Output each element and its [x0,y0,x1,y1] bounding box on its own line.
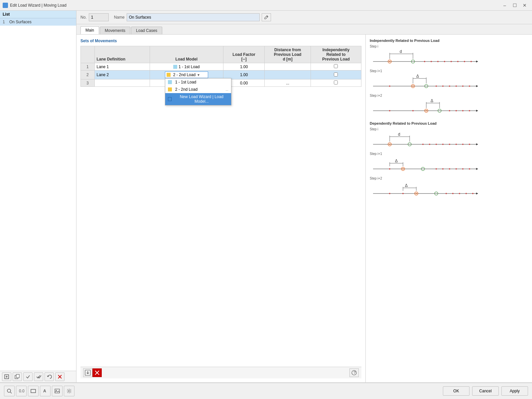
dropdown-item-new[interactable]: New Load Wizard | Load Model... [165,93,231,105]
sidebar: List 1 On Surfaces [0,11,76,382]
svg-point-76 [456,144,457,145]
name-input[interactable] [127,13,260,21]
tab-main[interactable]: Main [80,26,99,34]
duplicate-button[interactable] [13,372,22,381]
row-indep[interactable] [311,79,361,87]
table-row: 2 Lane 2 2 - 2nd Load ▼ [81,70,361,79]
svg-point-24 [431,61,432,62]
svg-point-93 [462,168,464,170]
row-dist[interactable]: ... [265,79,311,87]
svg-point-60 [462,110,464,111]
row-model[interactable]: 2 - 2nd Load ▼ 1 - 1st Load [150,70,223,79]
svg-rect-114 [31,389,36,393]
value-icon: 0.0 [18,388,24,394]
main-split: Sets of Movements Lane Definition Load M… [76,35,532,382]
dep-step-i1-label: Step i+1 [370,152,528,156]
svg-rect-4 [16,374,19,378]
name-edit-button[interactable] [262,13,271,21]
svg-text:d: d [398,132,400,137]
dep-step-i1-diagram: Δ [370,156,483,175]
import-button[interactable] [83,368,92,377]
indep-checkbox[interactable] [334,80,338,84]
svg-marker-96 [476,193,478,195]
close-button[interactable]: ✕ [520,1,529,9]
search-tool-button[interactable] [4,386,15,396]
independent-title: Independently Related to Previous Load [370,39,528,43]
row-indep[interactable] [311,63,361,70]
dependent-title: Dependently Related to Previous Load [370,121,528,125]
cancel-button[interactable]: Cancel [472,386,499,396]
svg-point-109 [466,193,467,194]
step-i2-diagram: Δ [370,98,483,118]
sidebar-item-label: On Surfaces [9,20,32,24]
dropdown-item-2nd[interactable]: 2 - 2nd Load ... [165,86,231,93]
indep-checkbox[interactable] [334,64,338,68]
image-icon [54,388,60,394]
table-row: 1 Lane 1 1 - 1st Load 1.00 [81,63,361,70]
svg-text:Δ: Δ [431,98,433,103]
svg-point-71 [422,144,424,145]
svg-line-112 [10,392,12,393]
import-icon [84,369,91,376]
row-model[interactable]: 1 - 1st Load [150,63,223,70]
svg-marker-80 [476,168,478,170]
delete-row-button[interactable] [92,368,102,377]
svg-point-56 [426,110,427,111]
undo-icon [47,374,52,379]
apply-button[interactable]: Apply [501,386,528,396]
check-all-button[interactable] [34,372,43,381]
model-dropdown[interactable]: 2 - 2nd Load ▼ 1 - 1st Load [165,71,208,78]
row-indep[interactable] [311,70,361,79]
tab-load-cases[interactable]: Load Cases [131,27,162,34]
sidebar-item-on-surfaces[interactable]: 1 On Surfaces [0,18,76,26]
col-header-num [81,46,95,63]
dropdown-item-label: 1 - 1st Load [175,80,196,84]
dropdown-item-1st[interactable]: 1 - 1st Load [165,78,231,86]
maximize-button[interactable]: ☐ [510,1,519,9]
sidebar-header: List [0,11,76,18]
svg-point-94 [469,168,470,170]
svg-text:d: d [400,49,402,54]
help-button[interactable]: ? [349,368,359,377]
row-dist[interactable] [265,70,311,79]
dep-step-i-label: Step i [370,127,528,131]
new-item-button[interactable] [2,372,11,381]
text-tool-button[interactable]: A [40,386,51,396]
sidebar-content: 1 On Surfaces [0,18,76,371]
svg-point-28 [457,61,459,62]
svg-point-26 [444,61,445,62]
undo-button[interactable] [45,372,54,381]
value-tool-button[interactable]: 0.0 [16,386,27,396]
image-tool-button[interactable] [52,386,63,396]
svg-marker-15 [476,61,478,63]
no-input[interactable] [89,13,109,21]
svg-point-21 [389,61,390,62]
model-color-box [167,73,171,77]
name-label: Name [114,15,125,20]
check-button[interactable] [23,372,33,381]
step-i1-diagram: Δ [370,73,483,92]
tab-movements[interactable]: Movements [100,27,130,34]
settings-tool-button[interactable] [64,386,74,396]
svg-point-75 [449,144,450,145]
svg-point-89 [436,168,437,170]
indep-checkbox[interactable] [334,72,338,76]
dropdown-selected[interactable]: 2 - 2nd Load ▼ [165,71,208,78]
row-dist[interactable] [265,63,311,70]
tools-right: OK Cancel Apply [443,386,528,396]
svg-point-61 [469,110,470,111]
model-color-box [173,65,177,69]
ok-button[interactable]: OK [443,386,469,396]
dropdown-item-label: New Load Wizard | Load Model... [175,94,228,104]
minimize-button[interactable]: – [500,1,509,9]
rectangle-tool-button[interactable] [28,386,39,396]
dropdown-item-label: 2 - 2nd Load [175,87,198,92]
main-container: List 1 On Surfaces [0,11,532,399]
svg-marker-48 [476,110,478,112]
delete-button[interactable] [55,372,65,381]
svg-point-118 [68,390,70,392]
col-header-dist: Distance fromPrevious Loadd [m] [265,46,311,63]
svg-marker-32 [476,85,478,87]
svg-point-111 [7,389,11,392]
row-factor[interactable]: 1.00 [223,63,265,70]
